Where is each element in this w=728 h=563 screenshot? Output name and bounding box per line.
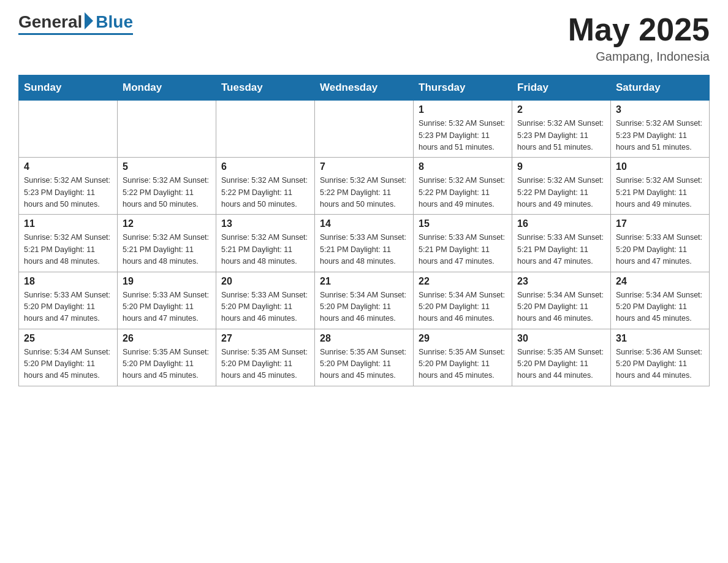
- day-number: 16: [517, 218, 605, 229]
- calendar-cell: 5Sunrise: 5:32 AM Sunset: 5:22 PM Daylig…: [118, 158, 216, 215]
- calendar-cell: 24Sunrise: 5:34 AM Sunset: 5:20 PM Dayli…: [611, 272, 710, 329]
- day-of-week-header: Monday: [118, 75, 216, 101]
- day-info: Sunrise: 5:34 AM Sunset: 5:20 PM Dayligh…: [24, 347, 112, 382]
- day-number: 24: [616, 276, 704, 287]
- day-number: 7: [320, 161, 408, 172]
- day-number: 13: [221, 218, 309, 229]
- day-number: 15: [419, 218, 507, 229]
- calendar-cell: [19, 101, 118, 158]
- calendar-cell: 26Sunrise: 5:35 AM Sunset: 5:20 PM Dayli…: [118, 329, 216, 386]
- day-number: 8: [419, 161, 507, 172]
- calendar-cell: 30Sunrise: 5:35 AM Sunset: 5:20 PM Dayli…: [512, 329, 611, 386]
- day-number: 30: [517, 333, 605, 344]
- day-number: 25: [24, 333, 112, 344]
- day-info: Sunrise: 5:35 AM Sunset: 5:20 PM Dayligh…: [517, 347, 605, 382]
- calendar-table: SundayMondayTuesdayWednesdayThursdayFrid…: [18, 75, 710, 386]
- calendar-cell: 3Sunrise: 5:32 AM Sunset: 5:23 PM Daylig…: [611, 101, 710, 158]
- day-info: Sunrise: 5:32 AM Sunset: 5:21 PM Dayligh…: [123, 232, 211, 267]
- day-number: 29: [419, 333, 507, 344]
- day-info: Sunrise: 5:32 AM Sunset: 5:21 PM Dayligh…: [24, 232, 112, 267]
- day-number: 19: [123, 276, 211, 287]
- day-of-week-header: Saturday: [611, 75, 710, 101]
- day-number: 22: [419, 276, 507, 287]
- logo-arrow-icon: [85, 12, 93, 29]
- day-number: 9: [517, 161, 605, 172]
- day-number: 4: [24, 161, 112, 172]
- day-of-week-header: Friday: [512, 75, 611, 101]
- calendar-cell: 10Sunrise: 5:32 AM Sunset: 5:21 PM Dayli…: [611, 158, 710, 215]
- calendar-cell: 20Sunrise: 5:33 AM Sunset: 5:20 PM Dayli…: [216, 272, 315, 329]
- day-info: Sunrise: 5:32 AM Sunset: 5:23 PM Dayligh…: [616, 118, 704, 153]
- day-number: 31: [616, 333, 704, 344]
- day-of-week-header: Sunday: [19, 75, 118, 101]
- day-number: 12: [123, 218, 211, 229]
- calendar-cell: 8Sunrise: 5:32 AM Sunset: 5:22 PM Daylig…: [414, 158, 512, 215]
- day-number: 2: [517, 104, 605, 115]
- calendar-week-row: 11Sunrise: 5:32 AM Sunset: 5:21 PM Dayli…: [19, 215, 710, 272]
- calendar-cell: 17Sunrise: 5:33 AM Sunset: 5:20 PM Dayli…: [611, 215, 710, 272]
- day-number: 23: [517, 276, 605, 287]
- logo-general-text: General: [18, 12, 82, 32]
- day-info: Sunrise: 5:33 AM Sunset: 5:20 PM Dayligh…: [24, 289, 112, 325]
- calendar-cell: 1Sunrise: 5:32 AM Sunset: 5:23 PM Daylig…: [414, 101, 512, 158]
- day-info: Sunrise: 5:35 AM Sunset: 5:20 PM Dayligh…: [419, 347, 507, 382]
- day-info: Sunrise: 5:33 AM Sunset: 5:21 PM Dayligh…: [320, 232, 408, 267]
- day-info: Sunrise: 5:32 AM Sunset: 5:22 PM Dayligh…: [221, 175, 309, 210]
- day-info: Sunrise: 5:34 AM Sunset: 5:20 PM Dayligh…: [419, 289, 507, 325]
- day-info: Sunrise: 5:33 AM Sunset: 5:20 PM Dayligh…: [221, 289, 309, 325]
- calendar-cell: 4Sunrise: 5:32 AM Sunset: 5:23 PM Daylig…: [19, 158, 118, 215]
- day-info: Sunrise: 5:34 AM Sunset: 5:20 PM Dayligh…: [616, 289, 704, 325]
- day-number: 18: [24, 276, 112, 287]
- day-number: 28: [320, 333, 408, 344]
- calendar-cell: 11Sunrise: 5:32 AM Sunset: 5:21 PM Dayli…: [19, 215, 118, 272]
- day-info: Sunrise: 5:35 AM Sunset: 5:20 PM Dayligh…: [221, 347, 309, 382]
- day-info: Sunrise: 5:35 AM Sunset: 5:20 PM Dayligh…: [320, 347, 408, 382]
- day-info: Sunrise: 5:34 AM Sunset: 5:20 PM Dayligh…: [517, 289, 605, 325]
- day-info: Sunrise: 5:32 AM Sunset: 5:22 PM Dayligh…: [419, 175, 507, 210]
- day-info: Sunrise: 5:32 AM Sunset: 5:22 PM Dayligh…: [320, 175, 408, 210]
- day-number: 6: [221, 161, 309, 172]
- day-number: 20: [221, 276, 309, 287]
- day-info: Sunrise: 5:33 AM Sunset: 5:20 PM Dayligh…: [616, 232, 704, 267]
- day-info: Sunrise: 5:32 AM Sunset: 5:23 PM Dayligh…: [517, 118, 605, 153]
- calendar-cell: 9Sunrise: 5:32 AM Sunset: 5:22 PM Daylig…: [512, 158, 611, 215]
- calendar-cell: 19Sunrise: 5:33 AM Sunset: 5:20 PM Dayli…: [118, 272, 216, 329]
- logo-underline: [18, 33, 133, 35]
- day-number: 21: [320, 276, 408, 287]
- day-info: Sunrise: 5:32 AM Sunset: 5:21 PM Dayligh…: [221, 232, 309, 267]
- day-number: 5: [123, 161, 211, 172]
- day-info: Sunrise: 5:32 AM Sunset: 5:23 PM Dayligh…: [419, 118, 507, 153]
- calendar-cell: 16Sunrise: 5:33 AM Sunset: 5:21 PM Dayli…: [512, 215, 611, 272]
- day-info: Sunrise: 5:33 AM Sunset: 5:21 PM Dayligh…: [517, 232, 605, 267]
- day-number: 14: [320, 218, 408, 229]
- title-section: May 2025 Gampang, Indonesia: [568, 12, 710, 64]
- calendar-cell: 15Sunrise: 5:33 AM Sunset: 5:21 PM Dayli…: [414, 215, 512, 272]
- day-number: 27: [221, 333, 309, 344]
- calendar-cell: 29Sunrise: 5:35 AM Sunset: 5:20 PM Dayli…: [414, 329, 512, 386]
- calendar-cell: [216, 101, 315, 158]
- day-info: Sunrise: 5:33 AM Sunset: 5:21 PM Dayligh…: [419, 232, 507, 267]
- calendar-week-row: 18Sunrise: 5:33 AM Sunset: 5:20 PM Dayli…: [19, 272, 710, 329]
- day-number: 3: [616, 104, 704, 115]
- page-header: General Blue May 2025 Gampang, Indonesia: [18, 12, 710, 64]
- calendar-cell: 13Sunrise: 5:32 AM Sunset: 5:21 PM Dayli…: [216, 215, 315, 272]
- day-number: 1: [419, 104, 507, 115]
- calendar-cell: 31Sunrise: 5:36 AM Sunset: 5:20 PM Dayli…: [611, 329, 710, 386]
- day-info: Sunrise: 5:32 AM Sunset: 5:22 PM Dayligh…: [123, 175, 211, 210]
- calendar-header-row: SundayMondayTuesdayWednesdayThursdayFrid…: [19, 75, 710, 101]
- location-text: Gampang, Indonesia: [568, 50, 710, 64]
- day-info: Sunrise: 5:33 AM Sunset: 5:20 PM Dayligh…: [123, 289, 211, 325]
- day-number: 26: [123, 333, 211, 344]
- calendar-cell: 18Sunrise: 5:33 AM Sunset: 5:20 PM Dayli…: [19, 272, 118, 329]
- logo-blue-text: Blue: [96, 12, 133, 32]
- calendar-week-row: 4Sunrise: 5:32 AM Sunset: 5:23 PM Daylig…: [19, 158, 710, 215]
- day-of-week-header: Wednesday: [315, 75, 414, 101]
- calendar-week-row: 1Sunrise: 5:32 AM Sunset: 5:23 PM Daylig…: [19, 101, 710, 158]
- day-of-week-header: Thursday: [414, 75, 512, 101]
- calendar-cell: 12Sunrise: 5:32 AM Sunset: 5:21 PM Dayli…: [118, 215, 216, 272]
- day-info: Sunrise: 5:34 AM Sunset: 5:20 PM Dayligh…: [320, 289, 408, 325]
- day-info: Sunrise: 5:32 AM Sunset: 5:22 PM Dayligh…: [517, 175, 605, 210]
- calendar-cell: 7Sunrise: 5:32 AM Sunset: 5:22 PM Daylig…: [315, 158, 414, 215]
- calendar-cell: 14Sunrise: 5:33 AM Sunset: 5:21 PM Dayli…: [315, 215, 414, 272]
- day-info: Sunrise: 5:36 AM Sunset: 5:20 PM Dayligh…: [616, 347, 704, 382]
